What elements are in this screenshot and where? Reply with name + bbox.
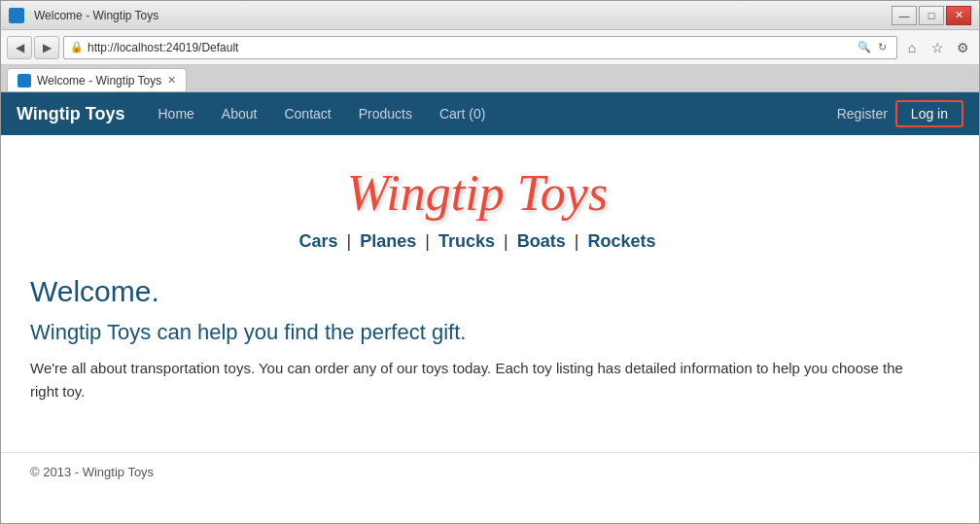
nav-products[interactable]: Products [345,92,426,135]
minimize-button[interactable]: — [892,6,917,25]
category-rockets[interactable]: Rockets [587,231,655,251]
url-bar[interactable]: 🔒 http://localhost:24019/Default 🔍 ↻ [63,36,897,59]
separator-3: | [504,231,508,251]
window-controls[interactable]: — □ ✕ [892,6,971,25]
content-area: Wingtip Toys Home About Contact Products… [1,92,979,523]
separator-4: | [575,231,579,251]
url-icon: 🔒 [70,41,84,53]
home-icon[interactable]: ⌂ [901,37,923,58]
title-bar-left: Welcome - Wingtip Toys [9,8,158,23]
app-brand[interactable]: Wingtip Toys [17,104,125,124]
category-cars[interactable]: Cars [298,231,337,251]
footer-text: © 2013 - Wingtip Toys [30,465,154,479]
category-trucks[interactable]: Trucks [438,231,495,251]
active-tab[interactable]: Welcome - Wingtip Toys ✕ [7,68,187,91]
settings-icon[interactable]: ⚙ [952,37,973,58]
tab-favicon [18,74,31,87]
welcome-heading: Welcome. [30,275,925,308]
site-title: Wingtip Toys [30,164,925,222]
nav-about[interactable]: About [208,92,271,135]
login-button[interactable]: Log in [895,100,963,127]
address-bar: ◀ ▶ 🔒 http://localhost:24019/Default 🔍 ↻… [1,30,979,65]
browser-window: Welcome - Wingtip Toys — □ ✕ ◀ ▶ 🔒 http:… [0,0,980,524]
category-planes[interactable]: Planes [360,231,416,251]
register-link[interactable]: Register [837,106,888,122]
nav-links: Home About Contact Products Cart (0) [145,92,837,135]
refresh-button[interactable]: ↻ [874,41,891,53]
title-bar: Welcome - Wingtip Toys — □ ✕ [1,1,979,30]
description: We're all about transportation toys. You… [30,357,925,403]
close-button[interactable]: ✕ [946,6,971,25]
nav-right: Register Log in [837,100,963,127]
main-content: Wingtip Toys Cars | Planes | Trucks | Bo… [1,135,954,452]
favicon [9,8,24,23]
favorites-icon[interactable]: ☆ [927,37,948,58]
window-title: Welcome - Wingtip Toys [34,9,158,22]
nav-cart[interactable]: Cart (0) [426,92,499,135]
maximize-button[interactable]: □ [919,6,944,25]
tagline: Wingtip Toys can help you find the perfe… [30,320,925,345]
tab-bar: Welcome - Wingtip Toys ✕ [1,65,979,92]
tab-close-button[interactable]: ✕ [167,74,176,87]
category-boats[interactable]: Boats [517,231,566,251]
back-button[interactable]: ◀ [7,36,32,59]
nav-contact[interactable]: Contact [270,92,344,135]
footer: © 2013 - Wingtip Toys [1,452,979,491]
nav-home[interactable]: Home [145,92,208,135]
app-navbar: Wingtip Toys Home About Contact Products… [1,92,979,135]
category-links: Cars | Planes | Trucks | Boats | Rockets [30,231,925,252]
url-search-icon[interactable]: 🔍 [855,41,874,53]
nav-buttons[interactable]: ◀ ▶ [7,36,59,59]
url-text: http://localhost:24019/Default [88,41,855,54]
forward-button[interactable]: ▶ [34,36,59,59]
tab-label: Welcome - Wingtip Toys [37,74,161,87]
separator-2: | [425,231,430,251]
separator-1: | [347,231,352,251]
